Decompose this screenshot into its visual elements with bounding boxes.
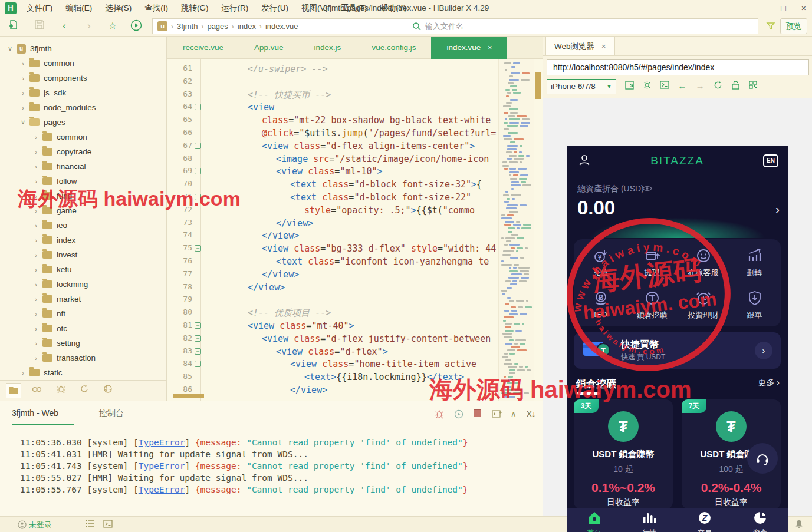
browser-tab[interactable]: Web浏览器 × <box>545 37 615 55</box>
customer-service-float-button[interactable] <box>747 443 778 474</box>
tree-item-transaction[interactable]: ›transaction <box>0 351 167 365</box>
tree-item-static[interactable]: ›static <box>0 365 167 380</box>
console-log-line[interactable]: 11:05:55.027 [HMR] Waiting for update si… <box>20 473 308 483</box>
editor-vertical-scrollbar[interactable] <box>535 72 541 99</box>
tree-item-node_modules[interactable]: ›node_modules <box>0 100 167 115</box>
menu-item-跟單[interactable]: 跟單 <box>729 290 780 320</box>
reload-icon[interactable] <box>712 81 724 91</box>
menu-item-IEO[interactable]: ɃIEO <box>575 290 626 319</box>
fold-marker-icon[interactable]: – <box>195 335 201 342</box>
tree-item-js_sdk[interactable]: ›js_sdk <box>0 85 167 100</box>
run-icon[interactable] <box>130 19 143 32</box>
menu-item-充值[interactable]: ¥充值 <box>575 247 626 278</box>
menu-跳转(G)[interactable]: 跳转(G) <box>175 0 215 16</box>
tree-item-index[interactable]: ›index <box>0 233 167 247</box>
menu-item-投資理財[interactable]: 投資理財 <box>678 290 729 320</box>
qr-code-icon[interactable] <box>747 81 759 91</box>
debug-icon[interactable] <box>53 383 68 398</box>
menu-编辑(E)[interactable]: 编辑(E) <box>59 0 98 16</box>
menu-item-鎖倉挖礦[interactable]: 鎖倉挖礦 <box>626 290 678 320</box>
chevron-right-icon[interactable]: › <box>755 342 772 359</box>
error-link[interactable]: TypeError <box>139 485 185 494</box>
minimap[interactable] <box>498 59 534 401</box>
tree-item-fund[interactable]: ›fund <box>0 189 167 203</box>
console-restart-icon[interactable] <box>454 409 463 421</box>
favorite-icon[interactable]: ☆ <box>106 19 119 32</box>
maximize-button[interactable]: □ <box>781 4 785 13</box>
language-badge[interactable]: EN <box>763 154 778 167</box>
chevron-down-icon[interactable]: ∨ <box>6 45 14 52</box>
close-button[interactable]: × <box>801 4 806 13</box>
chevron-down-icon[interactable]: ∨ <box>19 118 27 126</box>
menu-查找(I)[interactable]: 查找(I) <box>138 0 175 16</box>
tree-item-kefu[interactable]: ›kefu <box>0 262 167 277</box>
console-debug-icon[interactable] <box>435 409 444 421</box>
chevron-right-icon[interactable]: › <box>32 207 40 214</box>
back-icon[interactable]: ‹ <box>58 19 71 32</box>
chevron-right-icon[interactable]: › <box>32 193 40 200</box>
lockming-card[interactable]: 3天₮USDT 鎖倉賺幣10 起0.1%~0.2%日收益率 <box>574 399 673 509</box>
minimize-button[interactable]: – <box>761 4 766 13</box>
quick-buy-card[interactable]: T 快捷買幣 快速 買 USDT › <box>574 332 781 369</box>
chevron-right-icon[interactable]: › <box>32 310 40 318</box>
tree-item-common[interactable]: ›common <box>0 56 167 71</box>
breadcrumb-item[interactable]: index.vue <box>265 22 298 31</box>
console-stop-icon[interactable] <box>474 409 481 419</box>
tree-item-copytrade[interactable]: ›copytrade <box>0 144 167 159</box>
resize-icon[interactable] <box>623 81 635 91</box>
tree-item-follow[interactable]: ›follow <box>0 174 167 189</box>
chevron-right-icon[interactable]: › <box>32 266 40 273</box>
console-new-terminal-icon[interactable] <box>492 409 502 420</box>
console-log-line[interactable]: 11:05:41.031 [HMR] Waiting for update si… <box>20 450 308 459</box>
breadcrumb-item[interactable]: pages <box>207 22 228 31</box>
tree-item-market[interactable]: ›market <box>0 292 167 306</box>
device-select[interactable]: iPhone 6/7/8▼ <box>547 79 616 94</box>
chevron-right-icon[interactable]: › <box>32 163 40 170</box>
refresh-icon[interactable] <box>77 383 92 398</box>
chevron-right-icon[interactable]: › <box>32 252 40 259</box>
console-collapse-icon[interactable]: ∧ <box>511 409 517 418</box>
fold-marker-icon[interactable]: – <box>195 348 201 355</box>
tree-item-otc[interactable]: ›otc <box>0 321 167 336</box>
console-log-line[interactable]: 11:05:41.743 [system] [TypeError] {messa… <box>20 461 468 471</box>
menu-发行(U)[interactable]: 发行(U) <box>255 0 295 16</box>
forward-icon[interactable]: › <box>83 19 96 32</box>
notifications-icon[interactable] <box>795 520 803 530</box>
tree-item-ieo[interactable]: ›ieo <box>0 218 167 233</box>
nav-forward-icon[interactable]: → <box>694 81 706 91</box>
fold-marker-icon[interactable]: – <box>195 194 201 200</box>
nav-首頁[interactable]: 首頁 <box>567 511 622 532</box>
eye-icon[interactable] <box>642 185 652 194</box>
breadcrumb-item[interactable]: index <box>238 22 256 31</box>
chevron-right-icon[interactable]: › <box>32 325 40 332</box>
plugins-icon[interactable] <box>100 383 116 398</box>
fold-marker-icon[interactable]: – <box>195 143 201 149</box>
editor-tab-vue.config.js[interactable]: vue.config.js <box>356 37 431 59</box>
editor-tab-index.js[interactable]: index.js <box>299 37 357 59</box>
nav-交易[interactable]: Z交易 <box>678 511 732 532</box>
error-link[interactable]: TypeError <box>139 438 185 447</box>
chevron-right-icon[interactable]: › <box>32 148 40 156</box>
fold-marker-icon[interactable]: – <box>195 168 201 174</box>
console-tab-terminal[interactable]: 控制台 <box>99 408 124 419</box>
outline-icon[interactable] <box>86 520 94 530</box>
terminal-icon[interactable] <box>103 520 113 530</box>
tree-item-invest[interactable]: ›invest <box>0 247 167 262</box>
search-files-icon[interactable] <box>29 383 45 398</box>
menu-选择(S)[interactable]: 选择(S) <box>98 0 138 16</box>
preview-button[interactable]: 预览 <box>780 18 807 34</box>
more-link[interactable]: 更多 › <box>758 378 780 388</box>
chevron-right-icon[interactable]: › <box>19 369 27 376</box>
console-clear-icon[interactable]: X↓ <box>527 409 535 418</box>
breadcrumb-item[interactable]: 3fjmth <box>177 22 198 31</box>
console-log-line[interactable]: 11:05:55.767 [system] [TypeError] {messa… <box>20 485 468 494</box>
console-log-line[interactable]: 11:05:36.030 [system] [TypeError] {messa… <box>20 438 468 447</box>
fold-marker-icon[interactable]: – <box>195 361 201 367</box>
file-search-input[interactable]: 输入文件名 <box>407 18 758 34</box>
tree-item-lockming[interactable]: ›lockming <box>0 277 167 292</box>
chevron-right-icon[interactable]: › <box>32 355 40 362</box>
chevron-right-icon[interactable]: › <box>32 340 40 347</box>
menu-item-在線客服[interactable]: 在線客服 <box>678 247 729 278</box>
chevron-right-icon[interactable]: › <box>32 178 40 185</box>
chevron-right-icon[interactable]: › <box>19 60 27 67</box>
